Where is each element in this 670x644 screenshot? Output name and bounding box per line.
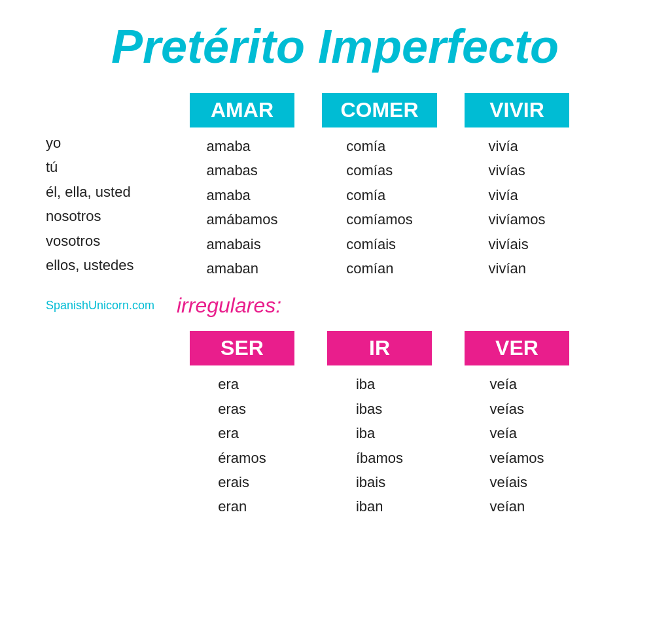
form-ser-vosotros: erais: [218, 470, 266, 494]
verb-block-vivir: VIVIR vivía vivías vivía vivíamos vivíai…: [451, 93, 582, 280]
form-amar-tu: amabas: [207, 158, 278, 182]
verb-forms-ir: iba ibas iba íbamos ibais iban: [356, 372, 403, 518]
pronouns-column: yo tú él, ella, usted nosotros vosotros …: [46, 93, 177, 277]
page-title: Pretérito Imperfecto: [33, 20, 637, 73]
form-ir-nosotros: íbamos: [356, 446, 403, 470]
form-vivir-nosotros: vivíamos: [489, 207, 546, 231]
form-amar-vosotros: amabais: [207, 232, 278, 256]
verb-header-amar: AMAR: [190, 93, 294, 127]
verb-header-comer: COMER: [322, 93, 436, 127]
form-vivir-yo: vivía: [489, 134, 546, 158]
verb-forms-vivir: vivía vivías vivía vivíamos vivíais viví…: [489, 134, 546, 280]
pronoun-ellos: ellos, ustedes: [46, 253, 177, 277]
form-ver-nosotros: veíamos: [489, 446, 544, 470]
irregular-section: SER era eras era éramos erais eran IR ib…: [33, 331, 637, 518]
form-vivir-ellos: vivían: [489, 256, 546, 280]
form-ir-yo: iba: [356, 372, 403, 396]
form-ir-tu: ibas: [356, 397, 403, 421]
form-comer-el: comía: [346, 183, 412, 207]
verb-block-comer: COMER comía comías comía comíamos comíai…: [314, 93, 445, 280]
form-ver-tu: veías: [489, 397, 544, 421]
form-comer-vosotros: comíais: [346, 232, 412, 256]
regular-section: yo tú él, ella, usted nosotros vosotros …: [33, 93, 637, 280]
pronoun-el: él, ella, usted: [46, 180, 177, 204]
verb-header-ver: VER: [465, 331, 569, 365]
form-amar-ellos: amaban: [207, 256, 278, 280]
pronoun-nosotros: nosotros: [46, 204, 177, 228]
verb-forms-amar: amaba amabas amaba amábamos amabais amab…: [207, 134, 278, 280]
verb-header-ir: IR: [327, 331, 432, 365]
form-amar-yo: amaba: [207, 134, 278, 158]
verb-header-ser: SER: [190, 331, 294, 365]
form-ir-ellos: iban: [356, 494, 403, 518]
verb-forms-ver: veía veías veía veíamos veíais veían: [489, 372, 544, 518]
form-vivir-tu: vivías: [489, 158, 546, 182]
form-ver-el: veía: [489, 421, 544, 445]
verb-block-ver: VER veía veías veía veíamos veíais veían: [451, 331, 582, 518]
pronoun-yo: yo: [46, 131, 177, 155]
form-comer-ellos: comían: [346, 256, 412, 280]
form-amar-nosotros: amábamos: [207, 207, 278, 231]
pronoun-vosotros: vosotros: [46, 229, 177, 253]
verb-header-vivir: VIVIR: [465, 93, 569, 127]
pronoun-tu: tú: [46, 155, 177, 179]
form-ver-yo: veía: [489, 372, 544, 396]
verb-block-ir: IR iba ibas iba íbamos ibais iban: [314, 331, 445, 518]
form-amar-el: amaba: [207, 183, 278, 207]
form-ir-vosotros: ibais: [356, 470, 403, 494]
verb-forms-ser: era eras era éramos erais eran: [218, 372, 266, 518]
form-ver-ellos: veían: [489, 494, 544, 518]
verb-block-amar: AMAR amaba amabas amaba amábamos amabais…: [177, 93, 308, 280]
form-comer-tu: comías: [346, 158, 412, 182]
irregulares-label: irregulares:: [177, 294, 281, 318]
form-comer-nosotros: comíamos: [346, 207, 412, 231]
form-ser-nosotros: éramos: [218, 446, 266, 470]
form-ir-el: iba: [356, 421, 403, 445]
form-vivir-vosotros: vivíais: [489, 232, 546, 256]
form-ser-ellos: eran: [218, 494, 266, 518]
verb-block-ser: SER era eras era éramos erais eran: [177, 331, 308, 518]
form-ver-vosotros: veíais: [489, 470, 544, 494]
website-label: SpanishUnicorn.com: [46, 299, 177, 313]
form-ser-tu: eras: [218, 397, 266, 421]
form-ser-yo: era: [218, 372, 266, 396]
divider-row: SpanishUnicorn.com irregulares:: [33, 294, 637, 318]
verb-forms-comer: comía comías comía comíamos comíais comí…: [346, 134, 412, 280]
form-ser-el: era: [218, 421, 266, 445]
form-comer-yo: comía: [346, 134, 412, 158]
form-vivir-el: vivía: [489, 183, 546, 207]
page: Pretérito Imperfecto yo tú él, ella, ust…: [0, 0, 670, 644]
